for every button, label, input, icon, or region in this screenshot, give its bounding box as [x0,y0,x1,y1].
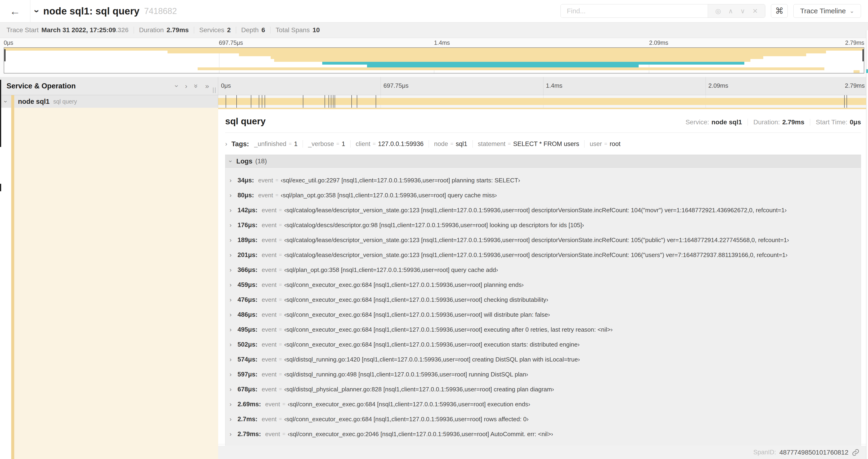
log-entry[interactable]: ›502μs:event=‹sql/conn_executor_exec.go:… [229,337,861,352]
tag-item[interactable]: node=sql1 [434,140,467,147]
tags-expander-icon[interactable]: › [225,140,227,147]
expand-all-icon[interactable]: » [205,83,209,90]
expand-one-icon[interactable]: › [185,83,187,90]
log-expander-icon[interactable]: › [229,371,238,378]
log-expander-icon[interactable]: › [229,341,238,348]
log-message: ‹sql/exec_util.go:2297 [nsql1,client=127… [281,177,520,184]
tag-equals: = [450,141,453,147]
log-expander-icon[interactable]: › [229,296,238,303]
log-message: ‹sql/conn_executor_exec.go:684 [nsql1,cl… [284,416,528,423]
log-expander-icon[interactable]: › [229,431,238,437]
stat-divider [236,27,236,34]
log-entry[interactable]: ›597μs:event=‹sql/distsql_running.go:498… [229,367,861,382]
log-entry[interactable]: ›176μs:event=‹sql/catalog/descs/descript… [229,218,861,233]
log-timestamp: 366μs: [238,266,257,273]
stat-value: 6 [261,26,265,34]
log-entry[interactable]: ›486μs:event=‹sql/conn_executor_exec.go:… [229,307,861,322]
log-expander-icon[interactable]: › [229,386,238,393]
tags-row[interactable]: › Tags: _unfinished=1_verbose=1client=12… [225,138,861,150]
log-entry[interactable]: ›678μs:event=‹sql/distsql_physical_plann… [229,382,861,397]
header-controls: ◎ ∧ ∨ ✕ ⌘ Trace Timeline ⌄ [560,4,861,18]
find-input[interactable] [561,4,708,18]
tag-key: node [434,140,448,147]
span-row-timeline-cell [218,95,868,108]
log-expander-icon[interactable]: › [229,401,238,408]
log-expander-icon[interactable]: › [229,237,238,243]
log-entry[interactable]: ›2.79ms:event=‹sql/conn_executor_exec.go… [229,427,861,441]
log-marker-tick [226,95,226,108]
right-scrollbar-rail[interactable] [866,30,868,459]
tag-item[interactable]: _unfinished=1 [254,140,298,147]
tag-item[interactable]: _verbose=1 [308,140,345,147]
find-prev-icon[interactable]: ∧ [728,7,733,15]
log-equals: = [279,341,282,348]
ruler-gridline [543,77,544,95]
log-expander-icon[interactable]: › [229,312,238,318]
minimap-time-label: 2.09ms [649,39,668,46]
log-entry[interactable]: ›80μs:event=‹sql/plan_opt.go:358 [nsql1,… [229,188,861,203]
span-duration-bar[interactable] [218,98,868,105]
log-entry[interactable]: ›142μs:event=‹sql/catalog/lease/descript… [229,203,861,218]
log-message: ‹sql/distsql_running.go:1420 [nsql1,clie… [284,356,580,363]
tag-item[interactable]: client=127.0.0.1:59936 [355,140,424,147]
minimap-left-handle[interactable] [4,49,6,61]
log-entry[interactable]: ›2.69ms:event=‹sql/conn_executor_exec.go… [229,397,861,412]
log-expander-icon[interactable]: › [229,207,238,214]
trace-view-dropdown[interactable]: Trace Timeline ⌄ [793,4,861,18]
meta-value: 2.79ms [782,119,804,126]
log-entry[interactable]: ›495μs:event=‹sql/conn_executor_exec.go:… [229,322,861,337]
logs-header[interactable]: › Logs (18) [225,155,861,168]
log-expander-icon[interactable]: › [229,326,238,333]
log-equals: = [282,401,285,407]
log-expander-icon[interactable]: › [229,192,238,199]
ruler-time-label: 0μs [221,82,231,89]
column-resize-grabber[interactable]: || [212,86,217,94]
tag-item[interactable]: statement=SELECT * FROM users [478,140,579,147]
log-expander-icon[interactable]: › [229,177,238,184]
log-expander-icon[interactable]: › [229,356,238,363]
stat-value: 2 [227,26,231,34]
back-button[interactable]: ← [0,0,30,22]
log-expander-icon[interactable]: › [229,267,238,273]
log-entry[interactable]: ›476μs:event=‹sql/conn_executor_exec.go:… [229,292,861,307]
span-service-name[interactable]: node sql1 [18,98,50,105]
log-entry[interactable]: ›201μs:event=‹sql/catalog/lease/descript… [229,248,861,262]
find-clear-icon[interactable]: ✕ [752,7,758,15]
minimap-span-bar [274,59,750,62]
stat-value: March 31 2022, 17:25:09 [41,26,116,34]
tag-item[interactable]: user=root [590,140,620,147]
log-marker-tick [303,95,303,108]
link-icon[interactable] [852,449,860,456]
minimap-time-label: 697.75μs [219,39,243,46]
minimap-right-handle[interactable] [862,49,864,61]
log-entry[interactable]: ›366μs:event=‹sql/plan_opt.go:358 [nsql1… [229,262,861,277]
logs-title: Logs [236,157,252,165]
log-entry[interactable]: ›574μs:event=‹sql/distsql_running.go:142… [229,352,861,367]
minimap-viewport[interactable] [4,47,864,73]
log-marker-tick [846,95,847,108]
log-expander-icon[interactable]: › [229,282,238,288]
find-locate-icon[interactable]: ◎ [715,7,721,15]
log-entry[interactable]: ›34μs:event=‹sql/exec_util.go:2297 [nsql… [229,173,861,188]
logs-list: ›34μs:event=‹sql/exec_util.go:2297 [nsql… [225,168,861,453]
log-timestamp: 201μs: [238,252,257,259]
log-timestamp: 2.69ms: [238,401,261,408]
collapse-all-icon[interactable]: » [193,84,200,88]
span-row-name-cell[interactable]: › node sql1 sql query [0,95,218,108]
log-entry[interactable]: ›459μs:event=‹sql/conn_executor_exec.go:… [229,277,861,292]
keyboard-shortcuts-button[interactable]: ⌘ [771,4,788,18]
jaeger-trace-page: ← › node sql1: sql query 7418682 ◎ ∧ ∨ ✕… [0,0,868,459]
find-next-icon[interactable]: ∨ [740,7,745,15]
log-message: ‹sql/catalog/descs/descriptor.go:98 [nsq… [284,222,584,229]
detail-row-tint [11,108,218,459]
collapse-one-icon[interactable]: › [174,85,180,87]
log-entry[interactable]: ›189μs:event=‹sql/catalog/lease/descript… [229,233,861,248]
log-expander-icon[interactable]: › [229,416,238,423]
trace-collapse-chevron-icon[interactable]: › [32,9,42,12]
log-expander-icon[interactable]: › [229,252,238,258]
logs-collapse-icon[interactable]: › [227,160,234,162]
span-collapse-chevron-icon[interactable]: › [2,96,9,107]
log-entry[interactable]: ›2.7ms:event=‹sql/conn_executor_exec.go:… [229,412,861,427]
log-expander-icon[interactable]: › [229,222,238,229]
detail-row-indent [0,108,218,459]
